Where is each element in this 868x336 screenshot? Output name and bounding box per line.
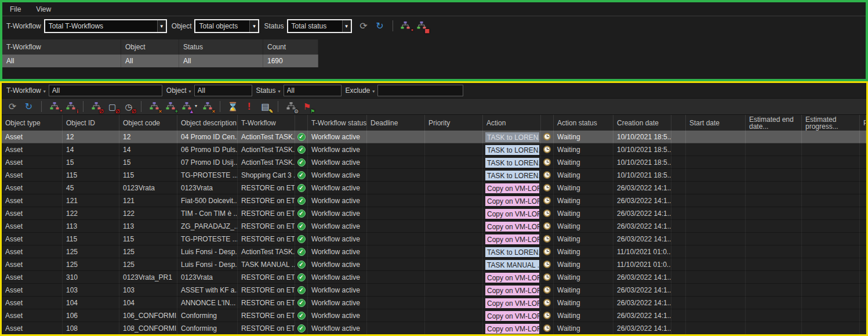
cell-id: 45: [63, 182, 119, 194]
chevron-down-icon[interactable]: [189, 86, 191, 95]
urgent-icon[interactable]: !: [243, 100, 255, 113]
workflow-remove-icon[interactable]: ×: [148, 100, 160, 113]
cell-priority: [425, 258, 483, 271]
tworkflow-combo[interactable]: Total T-Workflows: [44, 19, 167, 33]
chevron-down-icon[interactable]: [278, 86, 281, 95]
table-row[interactable]: Asset115115TG-PROTESTE ...Shopping Cart …: [2, 169, 866, 182]
hierarchy-detail-icon[interactable]: *: [400, 20, 412, 32]
table-row[interactable]: Asset122122TIM - Con TIM è ...RESTORE on…: [2, 207, 866, 220]
cell-spacer: [671, 322, 686, 335]
cell-spacer: [671, 194, 686, 207]
workflow-active-icon: ✓: [295, 271, 308, 284]
chevron-down-icon[interactable]: [342, 20, 351, 32]
object-combo[interactable]: Total objects: [194, 19, 259, 33]
filter-object-label[interactable]: Object: [166, 86, 187, 95]
col-header-acticon[interactable]: [541, 115, 554, 131]
table-row[interactable]: Asset103103ASSET with KF a...RESTORE on …: [2, 284, 866, 297]
table-row[interactable]: Asset125125Luis Fonsi - Desp...TASK MANU…: [2, 258, 866, 271]
col-header-spacer[interactable]: [671, 115, 686, 131]
filter-status-label[interactable]: Status: [256, 86, 276, 95]
col-header-start[interactable]: Start date: [686, 115, 746, 131]
refresh-all-icon[interactable]: ⟳: [358, 20, 370, 32]
col-header-estprog[interactable]: Estimatedprogress...: [802, 115, 860, 131]
cell-id: 113: [63, 220, 119, 233]
col-header-deadline[interactable]: Deadline: [367, 115, 425, 131]
chevron-down-icon[interactable]: [249, 20, 258, 32]
cell-wfstatus: Workflow active: [308, 182, 367, 194]
filter-tworkflow-input[interactable]: [49, 85, 162, 96]
cell-wf: RESTORE on ETX: [238, 322, 295, 335]
filter-exclude-input[interactable]: [377, 85, 463, 96]
summary-col-count[interactable]: Count: [263, 39, 318, 55]
workflow-cancel-icon[interactable]: ∅: [90, 100, 102, 113]
workflow-properties-icon[interactable]: *: [48, 100, 60, 113]
workflow-disabled-icon[interactable]: ⚙: [285, 100, 297, 113]
table-row[interactable]: Asset106106_CONFORMI...ConformingRESTORE…: [2, 309, 866, 322]
edit-form-icon[interactable]: ▤✎: [259, 100, 271, 113]
summary-row[interactable]: All All All 1690: [2, 55, 318, 67]
refresh-icon[interactable]: ↻: [23, 100, 35, 113]
col-header-type[interactable]: Object type: [2, 115, 63, 131]
filter-object-input[interactable]: [194, 85, 252, 96]
workflow-add-icon[interactable]: +: [164, 100, 176, 113]
workflow-close-icon[interactable]: ×: [201, 100, 213, 113]
deadline-cancel-icon[interactable]: ◷∅: [122, 100, 135, 113]
col-header-code[interactable]: Object code: [119, 115, 177, 131]
col-header-estend[interactable]: Estimated enddate...: [746, 115, 802, 131]
table-row[interactable]: Asset3100123Vrata_PR10123VrataRESTORE on…: [2, 271, 866, 284]
summary-col-status[interactable]: Status: [179, 39, 263, 55]
table-row[interactable]: Asset151507 Promo ID Usij...ActionTest T…: [2, 156, 866, 169]
cell-actstatus: Waiting: [554, 258, 613, 271]
cell-action: TASK to LOREN...: [483, 156, 541, 169]
cell-created: 11/10/2021 01:0...: [613, 245, 671, 258]
table-row[interactable]: Asset108108_CONFORMI...ConformingRESTORE…: [2, 322, 866, 335]
cell-pa: [860, 322, 866, 335]
col-header-actstatus[interactable]: Action status: [554, 115, 613, 131]
chevron-down-icon[interactable]: [157, 20, 166, 32]
workflow-info-icon[interactable]: i: [64, 100, 77, 113]
history-icon[interactable]: ⌛: [227, 100, 239, 113]
col-header-id[interactable]: Object ID: [63, 115, 119, 131]
cell-estend: [746, 271, 802, 284]
table-row[interactable]: Asset125125Luis Fonsi - Desp...ActionTes…: [2, 245, 866, 258]
menu-view[interactable]: View: [28, 2, 59, 16]
refresh-icon[interactable]: ↻: [374, 20, 386, 32]
workflow-priority-icon[interactable]: ▲▾: [180, 100, 193, 113]
filter-exclude-label[interactable]: Exclude: [346, 86, 371, 95]
flag-icon[interactable]: ⚑⚑: [301, 100, 313, 113]
cell-estprog: [802, 233, 860, 245]
status-combo[interactable]: Total status: [287, 19, 352, 33]
col-header-desc[interactable]: Object description: [177, 115, 238, 131]
col-header-wficon[interactable]: [295, 115, 308, 131]
table-row[interactable]: Asset450123Vrata0123VrataRESTORE on ETX✓…: [2, 182, 866, 194]
table-row[interactable]: Asset113113ZG_PARADAJZ_...RESTORE on ETX…: [2, 220, 866, 233]
col-header-action[interactable]: Action: [483, 115, 541, 131]
chevron-down-icon[interactable]: [372, 86, 375, 95]
filter-tworkflow-label[interactable]: T-Workflow: [6, 86, 41, 95]
selection-cancel-icon[interactable]: ▢∅: [106, 100, 118, 113]
table-row[interactable]: Asset121204 Promo ID Cen...ActionTest TA…: [2, 131, 866, 143]
filter-status-input[interactable]: [284, 85, 342, 96]
workflow-active-icon: ✓: [295, 322, 308, 335]
cell-priority: [425, 131, 483, 143]
workflow-active-icon: ✓: [295, 309, 308, 322]
table-row[interactable]: Asset121121Fiat-500 Dolcevit...RESTORE o…: [2, 194, 866, 207]
cell-created: 26/03/2022 14:1...: [613, 207, 671, 220]
summary-col-object[interactable]: Object: [121, 39, 179, 55]
hierarchy-remove-icon[interactable]: ▦: [416, 20, 428, 32]
chevron-down-icon[interactable]: [43, 86, 46, 95]
cell-estend: [746, 143, 802, 156]
table-row[interactable]: Asset115115TG-PROTESTE ...RESTORE on ETX…: [2, 233, 866, 245]
cell-action: Copy on VM-LOR...: [483, 182, 541, 194]
col-header-wf[interactable]: T-Workflow: [238, 115, 295, 131]
menu-file[interactable]: File: [2, 2, 28, 16]
table-row[interactable]: Asset104104ANNONCE L'IN...RESTORE on ETX…: [2, 297, 866, 309]
summary-col-tworkflow[interactable]: T-Workflow: [2, 39, 121, 55]
col-header-wfstatus[interactable]: T-Workflow status: [308, 115, 367, 131]
table-row[interactable]: Asset141406 Promo ID Puls...ActionTest T…: [2, 143, 866, 156]
col-header-created[interactable]: Creation date: [613, 115, 671, 131]
col-header-pa[interactable]: Pa: [860, 115, 866, 131]
cell-estprog: [802, 169, 860, 182]
refresh-all-icon[interactable]: ⟳: [6, 100, 19, 113]
col-header-priority[interactable]: Priority: [425, 115, 483, 131]
